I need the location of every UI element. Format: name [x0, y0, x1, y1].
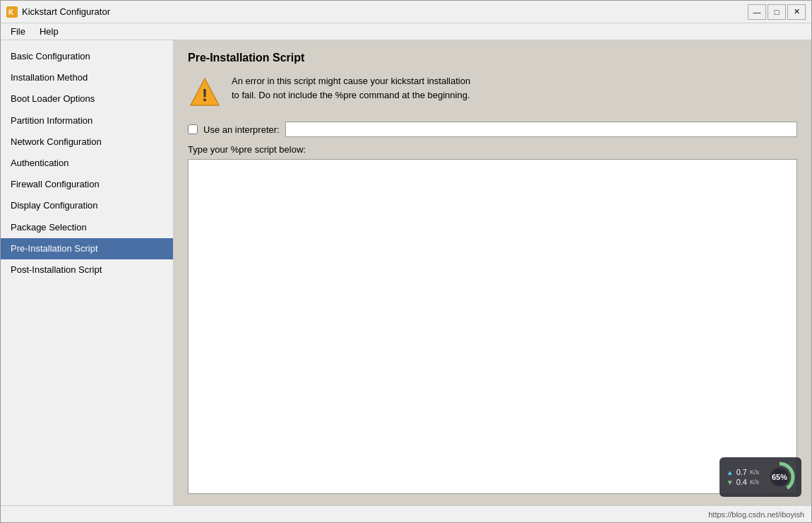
svg-text:K: K	[8, 8, 14, 16]
net-stats: ▲ 0.7 K/s ▼ 0.4 K/s	[727, 468, 759, 486]
script-textarea[interactable]	[188, 159, 797, 494]
maximize-button[interactable]: □	[768, 4, 786, 20]
script-label: Type your %pre script below:	[188, 144, 797, 155]
app-window: K Kickstart Configurator — □ ✕ File Help…	[0, 0, 812, 523]
download-unit: K/s	[750, 478, 759, 486]
status-bar: https://blog.csdn.net/iboyish	[1, 505, 811, 522]
sidebar-item-installation-method[interactable]: Installation Method	[1, 67, 173, 88]
title-bar: K Kickstart Configurator — □ ✕	[1, 1, 811, 23]
cpu-donut: 65%	[763, 461, 796, 493]
menu-bar: File Help	[1, 23, 811, 40]
sidebar: Basic Configuration Installation Method …	[1, 40, 174, 505]
upload-stat: ▲ 0.7 K/s	[727, 468, 759, 476]
upload-unit: K/s	[750, 469, 759, 476]
content-area: Basic Configuration Installation Method …	[1, 40, 811, 505]
main-panel: Pre-Installation Script ! An error in th…	[174, 40, 811, 505]
panel-title: Pre-Installation Script	[188, 52, 797, 64]
sidebar-item-boot-loader-options[interactable]: Boot Loader Options	[1, 88, 173, 110]
cpu-percent-label: 65%	[772, 473, 787, 481]
upload-arrow-icon: ▲	[727, 469, 734, 476]
sidebar-item-pre-installation-script[interactable]: Pre-Installation Script	[1, 238, 173, 259]
interpreter-row: Use an interpreter:	[188, 122, 797, 137]
sidebar-item-package-selection[interactable]: Package Selection	[1, 217, 173, 238]
download-stat: ▼ 0.4 K/s	[727, 478, 759, 486]
menu-help[interactable]: Help	[32, 25, 66, 38]
close-button[interactable]: ✕	[787, 4, 806, 20]
status-url: https://blog.csdn.net/iboyish	[708, 510, 804, 519]
sidebar-item-authentication[interactable]: Authentication	[1, 153, 173, 174]
minimize-button[interactable]: —	[748, 4, 766, 20]
menu-file[interactable]: File	[4, 25, 32, 38]
interpreter-checkbox[interactable]	[188, 124, 198, 134]
interpreter-input[interactable]	[285, 122, 797, 137]
net-monitor: ▲ 0.7 K/s ▼ 0.4 K/s	[720, 457, 801, 497]
title-buttons: — □ ✕	[748, 4, 806, 20]
app-icon: K	[6, 6, 18, 18]
title-bar-left: K Kickstart Configurator	[6, 6, 110, 18]
sidebar-item-partition-information[interactable]: Partition Information	[1, 110, 173, 131]
download-speed: 0.4	[736, 478, 747, 486]
svg-text:!: !	[202, 86, 208, 105]
sidebar-item-firewall-configuration[interactable]: Firewall Configuration	[1, 174, 173, 195]
warning-icon: !	[188, 76, 222, 112]
warning-box: ! An error in this script might cause yo…	[188, 74, 797, 112]
download-arrow-icon: ▼	[727, 478, 734, 486]
interpreter-label: Use an interpreter:	[203, 124, 280, 135]
sidebar-item-network-configuration[interactable]: Network Configuration	[1, 131, 173, 153]
warning-text: An error in this script might cause your…	[232, 74, 470, 102]
sidebar-item-basic-configuration[interactable]: Basic Configuration	[1, 46, 173, 67]
upload-speed: 0.7	[736, 468, 747, 476]
sidebar-item-display-configuration[interactable]: Display Configuration	[1, 195, 173, 216]
sidebar-item-post-installation-script[interactable]: Post-Installation Script	[1, 259, 173, 281]
window-title: Kickstart Configurator	[22, 6, 110, 17]
